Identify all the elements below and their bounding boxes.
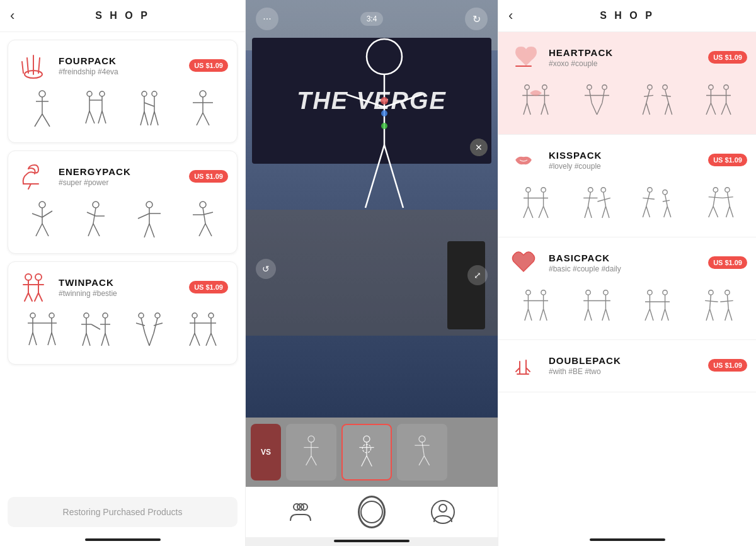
svg-line-86 bbox=[101, 333, 105, 346]
right-packs-list: HEARTPACK #xoxo #couple US $1.09 bbox=[498, 32, 756, 535]
svg-line-236 bbox=[662, 309, 665, 321]
kisspack-previews bbox=[507, 183, 747, 228]
twinpack-previews bbox=[17, 310, 228, 355]
svg-line-45 bbox=[88, 224, 93, 236]
preview-figure bbox=[574, 183, 619, 228]
right-shop-header: ‹ S H O P bbox=[498, 0, 756, 32]
svg-line-76 bbox=[52, 333, 55, 345]
svg-line-193 bbox=[665, 194, 668, 206]
svg-line-217 bbox=[540, 309, 544, 321]
restore-purchases-button[interactable]: Restoring Purchased Products bbox=[8, 497, 238, 527]
energypack-price[interactable]: US $1.09 bbox=[189, 170, 228, 183]
twinpack-name: TWINPACK bbox=[59, 277, 180, 288]
svg-point-119 bbox=[364, 436, 370, 442]
svg-line-102 bbox=[195, 333, 200, 346]
svg-line-225 bbox=[588, 309, 592, 321]
energypack-card[interactable]: ENERGYPACK #super #power US $1.09 bbox=[8, 151, 238, 254]
svg-point-35 bbox=[39, 202, 45, 208]
svg-line-245 bbox=[725, 309, 729, 321]
heartpack-tags: #xoxo #couple bbox=[549, 59, 699, 68]
svg-line-73 bbox=[29, 333, 33, 345]
svg-point-19 bbox=[142, 91, 147, 96]
close-overlay-button[interactable]: ✕ bbox=[470, 139, 488, 156]
svg-line-208 bbox=[726, 206, 730, 217]
svg-line-142 bbox=[527, 103, 530, 115]
rotate-icon: ↺ bbox=[262, 264, 270, 274]
fourpack-tags: #freindship #4eva bbox=[59, 67, 180, 76]
fourpack-previews bbox=[17, 88, 228, 134]
doublepack-price[interactable]: US $1.09 bbox=[708, 359, 747, 372]
preview-figure bbox=[180, 199, 226, 244]
camera-flip-button[interactable]: ↻ bbox=[465, 8, 488, 30]
aspect-ratio-badge[interactable]: 3:4 bbox=[360, 12, 384, 26]
svg-line-94 bbox=[145, 333, 149, 346]
energypack-name: ENERGYPACK bbox=[59, 166, 180, 177]
svg-line-197 bbox=[646, 206, 650, 217]
svg-line-104 bbox=[211, 333, 216, 346]
camera-bottom-bar bbox=[246, 487, 498, 537]
thumbnail-strip: VS bbox=[246, 418, 498, 487]
svg-point-96 bbox=[192, 313, 197, 318]
left-back-button[interactable]: ‹ bbox=[10, 8, 14, 24]
svg-line-196 bbox=[643, 206, 647, 217]
svg-line-218 bbox=[543, 309, 547, 321]
basicpack-price[interactable]: US $1.09 bbox=[708, 256, 747, 269]
kisspack-price[interactable]: US $1.09 bbox=[708, 154, 747, 166]
svg-point-153 bbox=[663, 84, 667, 89]
svg-point-220 bbox=[603, 290, 607, 294]
twinpack-tags: #twinning #bestie bbox=[59, 289, 180, 298]
doublepack-card[interactable]: DOUBLEPACK #with #BE #two US $1.09 bbox=[498, 340, 756, 392]
twinpack-card[interactable]: TWINPACK #twinning #bestie US $1.09 bbox=[8, 261, 238, 365]
kisspack-card[interactable]: KISSPACK #lovely #couple US $1.09 bbox=[498, 135, 756, 237]
svg-line-235 bbox=[665, 309, 669, 321]
svg-line-192 bbox=[646, 192, 650, 206]
preview-figure bbox=[127, 88, 172, 134]
heartpack-card[interactable]: HEARTPACK #xoxo #couple US $1.09 bbox=[498, 32, 756, 135]
kisspack-name: KISSPACK bbox=[549, 150, 699, 161]
profile-button[interactable] bbox=[429, 498, 457, 526]
vs-label: VS bbox=[261, 448, 271, 457]
svg-point-77 bbox=[84, 313, 89, 318]
svg-line-226 bbox=[602, 309, 605, 321]
heartpack-previews bbox=[507, 80, 747, 125]
svg-line-109 bbox=[365, 145, 384, 208]
thumbnail-item[interactable] bbox=[286, 424, 336, 481]
svg-line-46 bbox=[93, 224, 100, 236]
camera-more-button[interactable]: ··· bbox=[256, 8, 278, 30]
svg-point-210 bbox=[526, 290, 530, 294]
fourpack-card[interactable]: FOURPACK #freindship #4eva US $1.09 bbox=[8, 40, 238, 143]
preview-figure bbox=[513, 285, 558, 331]
basicpack-card[interactable]: BASICPACK #basic #couple #daily US $1.09 bbox=[498, 237, 756, 340]
preview-figure bbox=[513, 80, 558, 125]
basicpack-icon bbox=[507, 246, 540, 279]
heartpack-price[interactable]: US $1.09 bbox=[708, 51, 747, 64]
svg-point-53 bbox=[200, 202, 206, 208]
twinpack-price[interactable]: US $1.09 bbox=[189, 281, 228, 293]
svg-line-233 bbox=[650, 309, 654, 321]
rotate-button[interactable]: ↺ bbox=[256, 259, 276, 279]
thumbnail-item[interactable] bbox=[397, 424, 447, 481]
svg-point-200 bbox=[713, 187, 718, 191]
svg-line-74 bbox=[33, 333, 37, 345]
svg-line-216 bbox=[528, 309, 532, 321]
preview-figure bbox=[513, 183, 558, 228]
svg-line-15 bbox=[86, 111, 89, 123]
svg-line-244 bbox=[710, 309, 714, 321]
resize-button[interactable]: ⤢ bbox=[467, 265, 488, 285]
thumbnail-item-active[interactable] bbox=[341, 424, 392, 481]
energypack-icon bbox=[17, 160, 50, 193]
svg-line-103 bbox=[206, 333, 211, 346]
fourpack-price[interactable]: US $1.09 bbox=[189, 59, 228, 72]
svg-line-224 bbox=[585, 309, 588, 321]
basicpack-info: BASICPACK #basic #couple #daily bbox=[549, 253, 699, 273]
more-icon: ··· bbox=[263, 13, 271, 25]
svg-line-157 bbox=[662, 95, 671, 96]
svg-line-67 bbox=[38, 293, 42, 301]
energypack-tags: #super #power bbox=[59, 178, 180, 187]
people-selector-button[interactable] bbox=[287, 498, 314, 526]
camera-shutter-button[interactable] bbox=[358, 498, 386, 526]
preview-figure bbox=[73, 310, 118, 355]
svg-line-194 bbox=[643, 198, 655, 199]
preview-figure bbox=[635, 80, 680, 125]
right-back-button[interactable]: ‹ bbox=[508, 8, 513, 24]
